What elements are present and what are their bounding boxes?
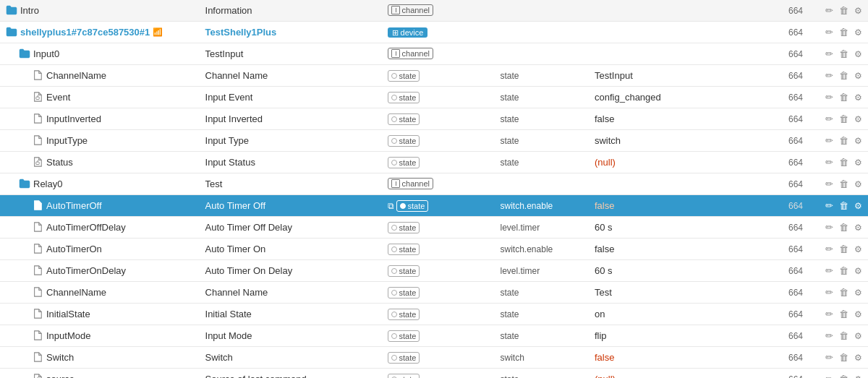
delete-button[interactable]: 🗑 [838, 264, 850, 278]
delete-button[interactable]: 🗑 [838, 69, 850, 82]
row-label: Auto Timer Off Delay [205, 222, 292, 233]
settings-button[interactable]: ⚙ [853, 243, 864, 256]
delete-button[interactable]: 🗑 [838, 134, 850, 147]
settings-button[interactable]: ⚙ [853, 26, 864, 39]
settings-button[interactable]: ⚙ [853, 91, 864, 104]
delete-button[interactable]: 🗑 [838, 155, 850, 169]
row-num: 664 [788, 93, 803, 103]
settings-button[interactable]: ⚙ [853, 265, 864, 278]
state-badge: state [388, 352, 420, 364]
settings-button[interactable]: ⚙ [853, 156, 864, 169]
edit-button[interactable]: ✏ [824, 329, 835, 343]
settings-button[interactable]: ⚙ [853, 69, 864, 82]
table-row[interactable]: AutoTimerOffDelay Auto Timer Off Delay s… [0, 217, 868, 239]
delete-button[interactable]: 🗑 [838, 220, 850, 234]
edit-button[interactable]: ✏ [824, 285, 835, 299]
folder-icon [6, 27, 17, 37]
row-state2: state [501, 374, 519, 378]
table-row[interactable]: shellyplus1#7c87ce587530#1 📶 TestShelly1… [0, 22, 868, 43]
file-icon [32, 352, 43, 362]
row-label: Channel Name [205, 287, 268, 298]
table-row[interactable]: AutoTimerOn Auto Timer On state switch.e… [0, 239, 868, 260]
file-icon [32, 265, 43, 275]
edit-button[interactable]: ✏ [824, 220, 835, 234]
settings-button[interactable]: ⚙ [853, 48, 864, 61]
wifi-icon: 📶 [153, 27, 163, 37]
table-row[interactable]: ChannelName Channel Name state state Tes… [0, 65, 868, 87]
edit-button[interactable]: ✏ [824, 177, 835, 191]
settings-button[interactable]: ⚙ [853, 308, 864, 321]
row-label: TestInput [205, 48, 244, 59]
table-row[interactable]: Status Input Status state state (null) 6… [0, 152, 868, 173]
row-num: 664 [788, 114, 803, 124]
table-row[interactable]: Input0 TestInput channel 664 ✏ 🗑 ⚙ [0, 43, 868, 65]
row-num: 664 [788, 266, 803, 276]
main-table-container: Intro Information channel 664 ✏ 🗑 ⚙ shel… [0, 0, 868, 378]
delete-button[interactable]: 🗑 [838, 307, 850, 321]
settings-button[interactable]: ⚙ [853, 4, 864, 17]
delete-button[interactable]: 🗑 [838, 242, 850, 256]
settings-button[interactable]: ⚙ [853, 373, 864, 379]
delete-button[interactable]: 🗑 [838, 372, 850, 378]
row-actions: ✏ 🗑 ⚙ [812, 242, 864, 256]
row-actions: ✏ 🗑 ⚙ [812, 90, 864, 104]
settings-button[interactable]: ⚙ [853, 134, 864, 147]
edit-button[interactable]: ✏ [824, 25, 835, 39]
table-row[interactable]: InputMode Input Mode state state flip 66… [0, 325, 868, 347]
settings-button[interactable]: ⚙ [853, 351, 864, 364]
delete-button[interactable]: 🗑 [838, 4, 850, 17]
edit-button[interactable]: ✏ [824, 199, 835, 212]
edit-button[interactable]: ✏ [824, 47, 835, 61]
table-row[interactable]: InputType Input Type state state switch … [0, 130, 868, 152]
table-row[interactable]: Event Input Event state state config_cha… [0, 87, 868, 108]
settings-button[interactable]: ⚙ [853, 286, 864, 299]
edit-button[interactable]: ✏ [824, 242, 835, 256]
edit-button[interactable]: ✏ [824, 4, 835, 17]
delete-button[interactable]: 🗑 [838, 329, 850, 343]
row-name: AutoTimerOn [46, 244, 102, 254]
table-row[interactable]: ChannelName Channel Name state state Tes… [0, 282, 868, 304]
edit-button[interactable]: ✏ [824, 372, 835, 378]
delete-button[interactable]: 🗑 [838, 177, 850, 191]
settings-button[interactable]: ⚙ [853, 113, 864, 126]
table-row[interactable]: Intro Information channel 664 ✏ 🗑 ⚙ [0, 0, 868, 22]
edit-button[interactable]: ✏ [824, 112, 835, 126]
settings-button[interactable]: ⚙ [853, 178, 864, 191]
state-badge: state [388, 92, 420, 103]
row-value: false [595, 200, 614, 211]
table-row[interactable]: AutoTimerOff Auto Timer Off ⧉ state swit… [0, 195, 868, 217]
delete-button[interactable]: 🗑 [838, 90, 850, 104]
settings-button[interactable]: ⚙ [853, 330, 864, 343]
edit-button[interactable]: ✏ [824, 155, 835, 169]
table-row[interactable]: Relay0 Test channel 664 ✏ 🗑 ⚙ [0, 173, 868, 195]
edit-button[interactable]: ✏ [824, 307, 835, 321]
delete-button[interactable]: 🗑 [838, 47, 850, 61]
file-icon [32, 222, 43, 232]
delete-button[interactable]: 🗑 [838, 112, 850, 126]
edit-button[interactable]: ✏ [824, 90, 835, 104]
delete-button[interactable]: 🗑 [838, 285, 850, 299]
delete-button[interactable]: 🗑 [838, 25, 850, 39]
table-row[interactable]: Switch Switch state switch false 664 ✏ 🗑… [0, 347, 868, 369]
settings-button[interactable]: ⚙ [853, 199, 864, 212]
channel-badge: channel [388, 48, 434, 59]
table-row[interactable]: source Source of last command state stat… [0, 369, 868, 379]
row-actions: ✏ 🗑 ⚙ [812, 220, 864, 234]
delete-button[interactable]: 🗑 [838, 199, 850, 212]
edit-button[interactable]: ✏ [824, 134, 835, 147]
row-label: Switch [205, 352, 233, 363]
row-actions: ✏ 🗑 ⚙ [812, 307, 864, 321]
state-badge: state [388, 157, 420, 168]
row-label: TestShelly1Plus [205, 27, 277, 38]
table-row[interactable]: AutoTimerOnDelay Auto Timer On Delay sta… [0, 260, 868, 282]
row-num: 664 [788, 288, 803, 298]
edit-button[interactable]: ✏ [824, 264, 835, 278]
delete-button[interactable]: 🗑 [838, 351, 850, 364]
table-row[interactable]: InitialState Initial State state state o… [0, 304, 868, 325]
edit-button[interactable]: ✏ [824, 69, 835, 82]
copy-icon: ⧉ [388, 201, 394, 211]
state-badge: state [388, 222, 420, 233]
settings-button[interactable]: ⚙ [853, 221, 864, 234]
edit-button[interactable]: ✏ [824, 351, 835, 364]
table-row[interactable]: InputInverted Input Inverted state state… [0, 108, 868, 130]
